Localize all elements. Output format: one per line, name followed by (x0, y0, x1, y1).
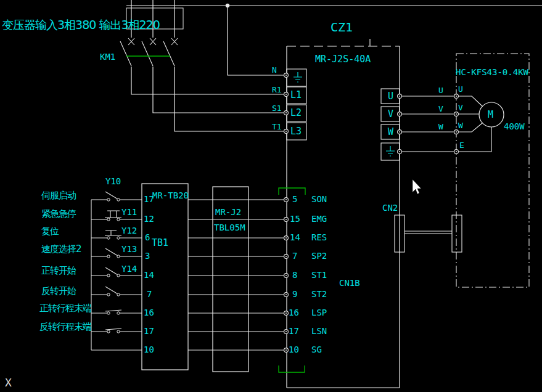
servo-terminal-v: V (388, 110, 393, 119)
relay-label: Y14 (121, 264, 137, 273)
ucs-axis-x-label: X (5, 377, 12, 388)
relay-label: Y11 (121, 208, 137, 216)
signal-label: EMG (311, 214, 327, 223)
terminal-block-model: MR-TB20 (152, 191, 189, 200)
cable-line1: MR-J2 (215, 208, 241, 216)
ground-icon (386, 146, 395, 156)
servo-terminal-u: U (388, 92, 393, 101)
relay-label: Y13 (121, 245, 137, 253)
mouse-cursor-icon (413, 179, 421, 194)
motor-power-rating: 400W (504, 122, 525, 131)
terminal-label-n: N (272, 66, 277, 74)
motor-wires (400, 96, 491, 152)
function-label: 正转开始 (41, 266, 76, 276)
function-label: 反转开始 (41, 287, 76, 296)
function-label: 紧急急停 (41, 210, 76, 219)
servo-terminal-l1: L1 (290, 91, 302, 100)
wire-label-e: E (459, 141, 464, 149)
servo-model: MR-J2S-40A (315, 55, 371, 64)
contactor-label: KM1 (100, 52, 115, 61)
cn-pin: 8 (292, 271, 297, 279)
tb-pin: 3 (145, 251, 150, 260)
cn-pin: 5 (292, 195, 297, 203)
cn2-label: CN2 (382, 203, 398, 212)
relay-label: Y12 (121, 226, 137, 235)
tb-pin: 14 (144, 271, 154, 279)
cn-pin: 16 (289, 308, 299, 317)
cn-pin: 15 (290, 214, 300, 223)
servo-terminal-w: W (388, 128, 393, 137)
tb-pin: 7 (147, 290, 152, 298)
tb-pin: 12 (144, 214, 154, 223)
terminal-label-s1: S1 (272, 104, 282, 112)
terminal-label-r1: R1 (272, 86, 282, 94)
cn1b-label: CN1B (339, 279, 360, 287)
wire-label-v-right: V (458, 104, 463, 112)
function-label: 反转行程末端 (39, 322, 91, 332)
function-label: 复位 (41, 227, 59, 236)
terminal-label-t1: T1 (272, 123, 282, 131)
cad-canvas[interactable]: 变压器输入3相380 输出3相220 KM1 N R1 S1 T1 CZ1 MR… (0, 0, 542, 392)
cable-line2: TBL05M (214, 223, 245, 232)
cn2-cable (395, 215, 462, 252)
transformer-note: 变压器输入3相380 输出3相220 (2, 19, 160, 31)
servo-terminal-l3: L3 (290, 127, 302, 136)
wire-label-v-left: V (438, 105, 443, 113)
tb-pin: 6 (145, 233, 150, 242)
wire-label-w-right: W (458, 121, 463, 129)
relay-label: Y10 (105, 177, 121, 186)
tb-pin: 17 (144, 195, 154, 203)
junction-dot (226, 4, 229, 7)
tb-pin: 17 (144, 327, 154, 335)
terminal-block-name: TB1 (152, 239, 168, 248)
function-label: 速度选择2 (41, 245, 81, 254)
servo-box (287, 46, 400, 388)
motor-symbol: M (488, 110, 493, 120)
schematic-linework (0, 0, 542, 392)
signal-label: RES (311, 233, 327, 242)
function-label: 正转行程末端 (39, 304, 91, 313)
switch-blades (105, 192, 121, 330)
wire-label-u-right: U (458, 85, 463, 93)
wire-label-u-left: U (438, 86, 443, 94)
cn-pin: 17 (289, 327, 299, 335)
terminal-circles (284, 73, 459, 353)
function-label: 伺服启动 (41, 191, 76, 200)
cn-pin: 14 (290, 233, 300, 242)
ground-icon (294, 72, 302, 82)
motor-box (456, 54, 529, 287)
signal-label: ST2 (311, 290, 327, 298)
tb-pin: 10 (144, 345, 154, 354)
cn1b-bracket-bottom (279, 365, 305, 372)
servo-terminal-l2: L2 (290, 108, 302, 118)
signal-label: LSP (311, 308, 327, 317)
cn-pin: 7 (292, 251, 297, 260)
signal-label: SON (311, 195, 327, 203)
cn-pin: 9 (292, 290, 297, 298)
signal-label: SG (311, 345, 322, 354)
contact-x-icons (128, 38, 178, 45)
motor-model: HC-KFS43-0.4KW (456, 68, 528, 76)
wire-label-w-left: W (438, 123, 443, 131)
signal-label: SP2 (311, 251, 327, 260)
signal-label: ST1 (311, 271, 327, 279)
servo-connector-label: CZ1 (331, 21, 353, 33)
switch-terminals (107, 198, 120, 333)
tb-pin: 16 (144, 308, 154, 317)
signal-label: LSN (311, 327, 327, 335)
cn-pin: 10 (289, 345, 299, 354)
